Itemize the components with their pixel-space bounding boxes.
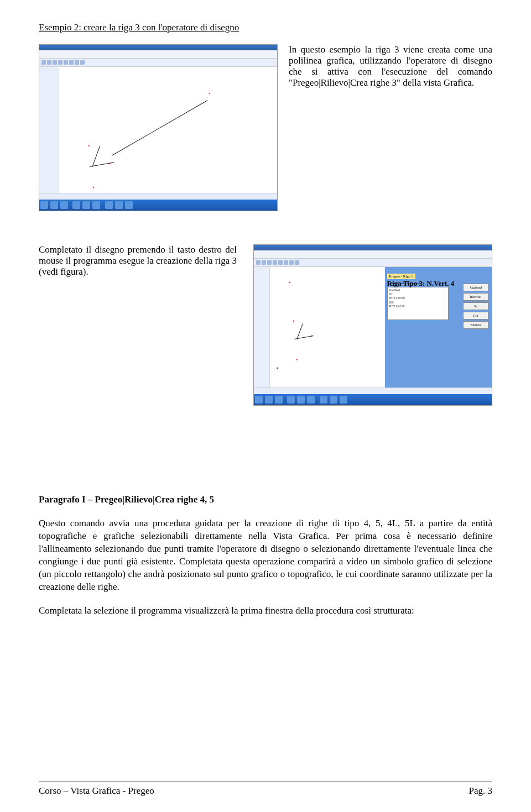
footer-right: Pag. 3 <box>469 785 493 797</box>
btn-giu[interactable]: Giù <box>463 312 488 319</box>
btn-su[interactable]: Su <box>463 302 488 310</box>
page-footer: Corso – Vista Grafica - Pregeo Pag. 3 <box>39 782 492 797</box>
btn-inserisci[interactable]: Inserisci <box>463 293 488 301</box>
section-heading: Paragrafo I – Pregeo|Rilievo|Crea righe … <box>39 494 492 505</box>
example-para-2: Completato il disegno premendo il tasto … <box>39 244 237 406</box>
footer-left: Corso – Vista Grafica - Pregeo <box>39 785 154 797</box>
panel-listbox: S640941 NT PF712/0330 300 PF711/0330 <box>387 287 449 320</box>
screenshot-2: ● ● ● ▲ ● Pregeo - Riga 3 Riga Tipo 3: N… <box>253 244 492 406</box>
example-title: Esempio 2: creare la riga 3 con l'operat… <box>39 22 492 33</box>
btn-aggiungi[interactable]: Aggiungi <box>463 284 488 291</box>
panel-tab: Pregeo - Riga 3 <box>387 274 416 279</box>
callout-label: Riga Tipo 3: N.Vert. 4 <box>387 279 455 288</box>
section-p4: Completata la selezione il programma vis… <box>39 605 492 617</box>
screenshot-1: ● ● ● ● ▲ <box>39 44 278 211</box>
btn-elimina[interactable]: Elimina <box>463 321 488 329</box>
example-para-1: In questo esempio la riga 3 viene creata… <box>289 44 492 211</box>
section-p1p2p3: Questo comando avvia una procedura guida… <box>39 517 492 594</box>
